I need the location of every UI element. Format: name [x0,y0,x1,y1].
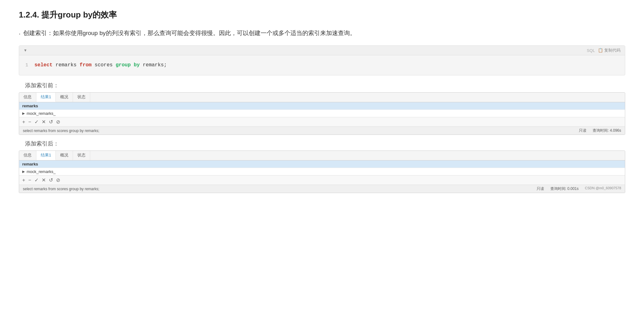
toolbar-stop[interactable]: ⊘ [56,119,60,125]
after-tab-result[interactable]: 结果1 [36,151,56,160]
after-db-toolbar: + − ✓ ✕ ↺ ⊘ [19,175,625,185]
keyword-from: from [80,62,91,68]
toolbar-refresh[interactable]: ↺ [49,177,53,183]
before-tab-status[interactable]: 状态 [73,93,90,102]
bullet-dot: · [19,28,21,39]
toolbar-add[interactable]: + [22,119,25,125]
before-tab-overview[interactable]: 概况 [56,93,73,102]
toolbar-confirm[interactable]: ✓ [34,177,39,183]
before-tab-info[interactable]: 信息 [19,93,36,102]
before-row-value: mock_remarks_ [27,111,55,116]
toolbar-confirm[interactable]: ✓ [34,119,39,125]
after-data-row: ▶ mock_remarks_ [19,168,625,175]
line-number: 1 [25,63,28,68]
before-db-toolbar: + − ✓ ✕ ↺ ⊘ [19,117,625,126]
before-data-row: ▶ mock_remarks_ [19,110,625,117]
before-readonly: 只读 [579,128,586,133]
after-tab-info[interactable]: 信息 [19,151,36,160]
after-tab-overview[interactable]: 概况 [56,151,73,160]
page-title: 1.2.4. 提升group by的效率 [19,9,625,20]
before-statusbar: select remarks from scores group by rema… [19,126,625,135]
after-tab-status[interactable]: 状态 [73,151,90,160]
after-readonly: 只读 [537,186,544,191]
row-arrow: ▶ [22,170,25,174]
after-statusbar: select remarks from scores group by rema… [19,185,625,193]
toolbar-refresh[interactable]: ↺ [49,119,53,125]
before-label: 添加索引前： [25,82,625,89]
after-query-text: select remarks from scores group by rema… [23,187,99,191]
after-section: 添加索引后： 信息 结果1 概况 状态 remarks ▶ mock_remar… [19,140,625,193]
after-db-panel: 信息 结果1 概况 状态 remarks ▶ mock_remarks_ + −… [19,150,625,193]
code-block-toggle[interactable]: ▼ [23,48,27,53]
after-row-value: mock_remarks_ [27,169,55,174]
before-query-time: 查询时间: 4.096s [593,128,621,133]
toolbar-stop[interactable]: ⊘ [56,177,60,183]
code-body: 1select remarks from scores group by rem… [19,55,625,75]
before-tab-result[interactable]: 结果1 [36,93,56,102]
toolbar-cancel[interactable]: ✕ [42,177,46,183]
before-db-table: remarks ▶ mock_remarks_ [19,102,625,117]
after-db-tabs: 信息 结果1 概况 状态 [19,151,625,160]
before-section: 添加索引前： 信息 结果1 概况 状态 remarks ▶ mock_remar… [19,82,625,135]
copy-code-button[interactable]: 📋 复制代码 [598,48,621,53]
toolbar-add[interactable]: + [22,177,25,183]
keyword-by: by [134,62,140,68]
author-label: CSDN @m0_60907578 [585,186,621,191]
after-query-time: 查询时间: 0.001s [550,186,579,191]
bullet-item: · 创建索引：如果你使用group by的列没有索引，那么查询可能会变得很慢。因… [19,28,625,39]
after-col-header: remarks [19,160,625,168]
keyword-group: group [116,62,131,68]
code-lang-label: SQL [587,48,595,53]
keyword-select: select [34,62,53,68]
toolbar-remove[interactable]: − [28,177,31,183]
code-scores: scores [91,62,116,68]
code-block-header: ▼ SQL 📋 复制代码 [19,46,625,55]
code-remarks-1: remarks [53,62,80,68]
code-block: ▼ SQL 📋 复制代码 1select remarks from scores… [19,45,625,75]
code-remarks-2: remarks; [140,62,167,68]
before-db-tabs: 信息 结果1 概况 状态 [19,93,625,102]
before-query-text: select remarks from scores group by rema… [23,129,99,133]
row-arrow: ▶ [22,111,25,115]
before-col-header: remarks [19,102,625,110]
toolbar-cancel[interactable]: ✕ [42,119,46,125]
bullet-text: 创建索引：如果你使用group by的列没有索引，那么查询可能会变得很慢。因此，… [23,28,356,39]
after-label: 添加索引后： [25,140,625,147]
toolbar-remove[interactable]: − [28,119,31,125]
before-db-panel: 信息 结果1 概况 状态 remarks ▶ mock_remarks_ + −… [19,92,625,135]
code-space3 [131,62,134,68]
after-db-table: remarks ▶ mock_remarks_ [19,160,625,175]
